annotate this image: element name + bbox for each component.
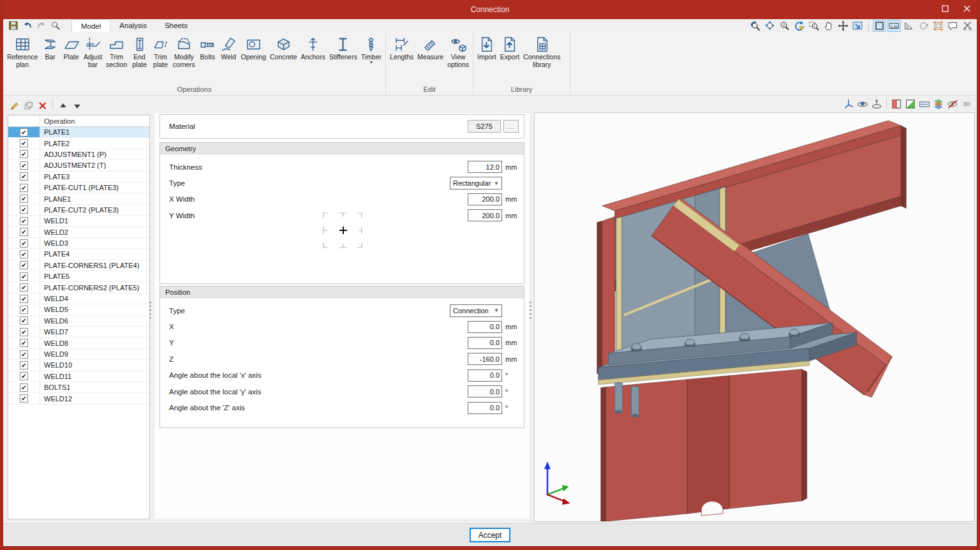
axes-button[interactable] [842, 98, 855, 110]
move-down-button[interactable] [71, 100, 83, 112]
scale-toggle-button[interactable]: 1.00 [887, 20, 901, 32]
operation-row[interactable]: ✔ WELD1 [8, 216, 149, 227]
operation-checkbox[interactable]: ✔ [20, 295, 28, 303]
turntable-button[interactable] [870, 98, 883, 110]
trim-plate-button[interactable]: Trimplate [150, 34, 171, 68]
lengths-button[interactable]: Lengths [388, 34, 415, 68]
operation-row[interactable]: ✔ WELD3 [8, 238, 149, 249]
operation-checkbox[interactable]: ✔ [20, 228, 28, 236]
redo-button[interactable] [35, 20, 47, 31]
operation-checkbox[interactable]: ✔ [20, 195, 28, 203]
operation-row[interactable]: ✔ BOLTS1 [8, 382, 149, 393]
operation-row[interactable]: ✔ PLATE-CORNERS1 (PLATE4) [8, 260, 149, 271]
opening-button[interactable]: Opening [239, 34, 269, 68]
duplicate-button[interactable] [22, 100, 34, 112]
operation-row[interactable]: ✔ WELD8 [8, 338, 149, 348]
operation-checkbox[interactable]: ✔ [20, 350, 28, 359]
operation-row[interactable]: ✔ WELD9 [8, 349, 149, 360]
visibility-button[interactable] [946, 98, 959, 110]
operation-checkbox[interactable]: ✔ [20, 250, 28, 258]
operation-row[interactable]: ✔ PLATE1 [8, 127, 149, 138]
weld-button[interactable]: Weld [218, 34, 239, 68]
geometry-y-width-input[interactable] [468, 209, 502, 221]
position-y-input[interactable] [468, 337, 502, 349]
bar-button[interactable]: Bar [40, 34, 61, 68]
operation-checkbox[interactable]: ✔ [20, 205, 28, 214]
operation-row[interactable]: ✔ WELD5 [8, 304, 149, 315]
reference-plan-button[interactable]: Referenceplan [5, 34, 40, 68]
measure-button[interactable]: Measure [415, 34, 445, 68]
move-view-button[interactable] [836, 20, 850, 32]
anchor-selector[interactable] [322, 212, 363, 251]
operation-row[interactable]: ✔ PLATE5 [8, 271, 149, 282]
section-plane-button[interactable] [890, 98, 903, 110]
operation-checkbox[interactable]: ✔ [20, 316, 28, 325]
comment-button[interactable] [946, 20, 960, 32]
operation-row[interactable]: ✔ WELD10 [8, 360, 149, 371]
position-type-select[interactable]: Connection▼ [450, 304, 502, 317]
trim-section-button[interactable]: Trimsection [104, 34, 129, 68]
full-screen-button[interactable] [851, 20, 865, 32]
operation-row[interactable]: ✔ PLATE-CUT1 (PLATE3) [8, 182, 149, 193]
connections-library-button[interactable]: Connectionslibrary [521, 34, 562, 68]
zoom-2x-button[interactable]: 2 [778, 20, 791, 32]
operation-checkbox[interactable]: ✔ [20, 272, 28, 281]
operation-row[interactable]: ✔ ADJUSTMENT2 (T) [8, 160, 149, 171]
operation-checkbox[interactable]: ✔ [20, 172, 28, 181]
maximize-button[interactable] [935, 3, 954, 17]
operation-checkbox[interactable]: ✔ [20, 339, 28, 347]
operation-checkbox[interactable]: ✔ [20, 283, 28, 292]
operation-row[interactable]: ✔ PLATE4 [8, 249, 149, 260]
move-up-button[interactable] [57, 100, 69, 112]
stiffeners-button[interactable]: Stiffeners [327, 34, 359, 68]
pan-button[interactable] [822, 20, 835, 32]
operation-checkbox[interactable]: ✔ [20, 372, 28, 380]
viewport-3d[interactable] [534, 112, 975, 522]
position-angle-about-the-local-x-axis-input[interactable] [468, 369, 502, 382]
operation-row[interactable]: ✔ PLATE-CORNERS2 (PLATE5) [8, 282, 149, 293]
tab-analysis[interactable]: Analysis [110, 19, 156, 32]
adjust-bar-button[interactable]: Adjustbar [82, 34, 104, 68]
frame-toggle-button[interactable] [873, 20, 886, 32]
position-angle-about-the-z-axis-input[interactable] [468, 402, 502, 414]
operation-checkbox[interactable]: ✔ [20, 161, 28, 170]
operation-checkbox[interactable]: ✔ [20, 328, 28, 336]
operation-row[interactable]: ✔ PLATE-CUT2 (PLATE3) [8, 205, 149, 216]
export-button[interactable]: Export [498, 34, 521, 68]
save-button[interactable] [7, 20, 19, 31]
selection-grid-button[interactable] [932, 20, 945, 32]
timber-button[interactable]: Timber▼ [359, 34, 383, 68]
operation-row[interactable]: ✔ WELD6 [8, 316, 149, 327]
operation-row[interactable]: ✔ PLATE3 [8, 172, 149, 182]
dimensions-button[interactable] [918, 98, 931, 110]
orbit-button[interactable] [856, 98, 869, 110]
work-plane-button[interactable] [904, 98, 917, 110]
operation-row[interactable]: ✔ WELD4 [8, 294, 149, 304]
operation-checkbox[interactable]: ✔ [20, 261, 28, 269]
tools-button[interactable] [961, 20, 974, 32]
modify-corners-button[interactable]: Modifycorners [171, 34, 197, 68]
import-button[interactable]: Import [475, 34, 498, 68]
angle-toggle-button[interactable] [902, 20, 916, 32]
concrete-button[interactable]: Concrete [268, 34, 299, 68]
operation-row[interactable]: ✔ WELD11 [8, 371, 149, 382]
tab-sheets[interactable]: Sheets [156, 19, 197, 32]
geometry-x-width-input[interactable] [468, 193, 502, 205]
operation-row[interactable]: ✔ WELD2 [8, 227, 149, 238]
operation-checkbox[interactable]: ✔ [20, 394, 28, 403]
operation-checkbox[interactable]: ✔ [20, 217, 28, 225]
position-x-input[interactable] [468, 321, 502, 333]
operation-checkbox[interactable]: ✔ [20, 139, 28, 147]
zoom-extents-button[interactable] [763, 20, 776, 32]
close-button[interactable] [957, 3, 976, 17]
operation-checkbox[interactable]: ✔ [20, 239, 28, 248]
splitter-right[interactable] [528, 96, 533, 523]
position-angle-about-the-local-y-axis-input[interactable] [468, 385, 502, 398]
accept-button[interactable]: Accept [470, 528, 510, 542]
operation-checkbox[interactable]: ✔ [20, 184, 28, 192]
operation-row[interactable]: ✔ WELD12 [8, 393, 149, 404]
end-plate-button[interactable]: Endplate [129, 34, 150, 68]
search-button[interactable] [49, 20, 61, 31]
zoom-window-button[interactable] [807, 20, 820, 32]
view-3d-button[interactable]: 3D [960, 98, 973, 110]
